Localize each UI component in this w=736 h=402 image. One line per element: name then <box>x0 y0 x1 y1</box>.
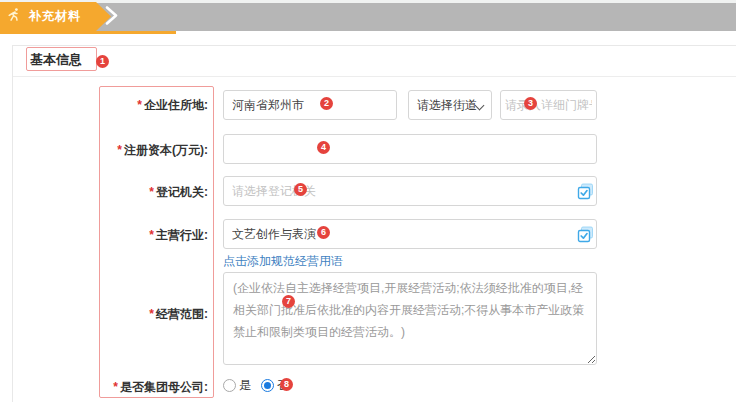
address-detail-input[interactable] <box>500 90 597 120</box>
required-mark: * <box>117 143 122 157</box>
radio-no-label[interactable]: 否 <box>277 377 289 394</box>
street-select[interactable]: 请选择街道 <box>408 90 492 120</box>
industry-picker-icon[interactable] <box>577 226 594 243</box>
label-group-parent: *是否集团母公司: <box>100 379 208 396</box>
label-registration-authority: *登记机关: <box>100 184 208 201</box>
label-company-address: *企业住所地: <box>100 97 208 114</box>
step-tab-label: 补充材料 <box>29 8 81 25</box>
section-title: 基本信息 <box>30 51 82 69</box>
registration-authority-input[interactable] <box>223 176 597 206</box>
main-industry-input[interactable] <box>223 219 597 249</box>
step-underline <box>0 31 176 34</box>
required-mark: * <box>113 380 118 394</box>
radio-yes[interactable] <box>223 379 236 392</box>
company-address-input[interactable] <box>223 90 397 120</box>
required-mark: * <box>149 307 154 321</box>
step-tab-supplementary[interactable]: 补充材料 <box>0 2 112 31</box>
required-mark: * <box>149 228 154 242</box>
group-parent-radio-group: 是 否 <box>223 377 299 394</box>
page: 补充材料 基本信息 1 2 3 4 5 6 7 8 *企业住所地: *注册资本(… <box>0 0 736 402</box>
runner-icon <box>7 7 22 26</box>
authority-picker-icon[interactable] <box>577 183 594 200</box>
registered-capital-input[interactable] <box>223 134 597 164</box>
label-business-scope: *经营范围: <box>100 306 208 323</box>
business-scope-textarea[interactable]: (企业依法自主选择经营项目,开展经营活动;依法须经批准的项目,经相关部门批准后依… <box>223 272 597 365</box>
street-select-value: 请选择街道 <box>417 97 477 114</box>
chevron-separator-icon <box>105 6 119 29</box>
radio-yes-label[interactable]: 是 <box>239 377 251 394</box>
step-progress-bar: 补充材料 <box>0 0 736 31</box>
stepbar-top-strip <box>0 0 736 3</box>
section-divider <box>13 76 736 77</box>
required-mark: * <box>149 185 154 199</box>
add-standard-terms-link[interactable]: 点击添加规范经营用语 <box>223 253 343 270</box>
label-registered-capital: *注册资本(万元): <box>100 142 208 159</box>
required-mark: * <box>137 98 142 112</box>
radio-no[interactable] <box>261 379 274 392</box>
label-main-industry: *主营行业: <box>100 227 208 244</box>
